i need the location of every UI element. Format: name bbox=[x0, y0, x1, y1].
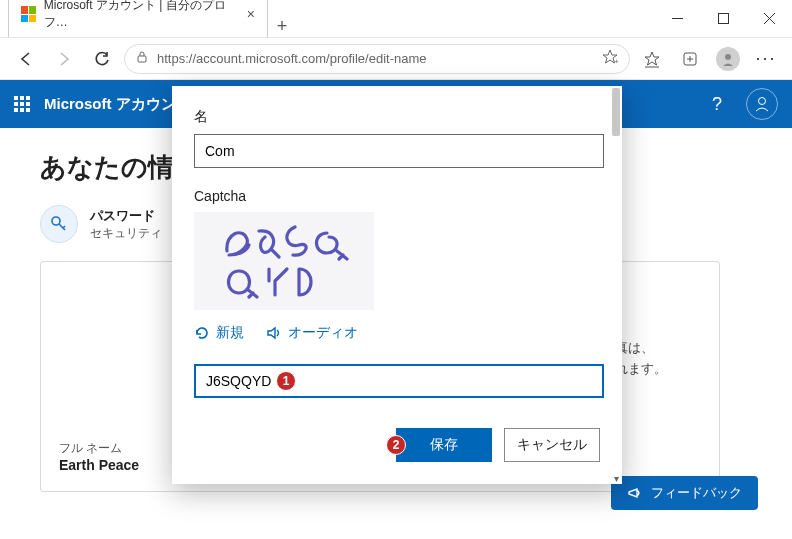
captcha-refresh-link[interactable]: 新規 bbox=[194, 324, 244, 342]
captcha-label: Captcha bbox=[194, 188, 600, 204]
scroll-down-icon[interactable]: ▾ bbox=[610, 473, 622, 484]
cancel-button[interactable]: キャンセル bbox=[504, 428, 600, 462]
edit-name-dialog: 名 Captcha 新規 オーディオ 1 bbox=[172, 86, 622, 484]
firstname-label: 名 bbox=[194, 108, 600, 126]
scroll-thumb[interactable] bbox=[612, 88, 620, 136]
save-button[interactable]: 保存 bbox=[396, 428, 492, 462]
firstname-input[interactable] bbox=[194, 134, 604, 168]
captcha-refresh-label: 新規 bbox=[216, 324, 244, 342]
captcha-audio-link[interactable]: オーディオ bbox=[266, 324, 358, 342]
cancel-button-label: キャンセル bbox=[517, 436, 587, 454]
captcha-input[interactable] bbox=[194, 364, 604, 398]
dialog-scrollbar[interactable]: ▴ ▾ bbox=[610, 86, 622, 484]
annotation-2: 2 bbox=[386, 435, 406, 455]
audio-icon bbox=[266, 325, 282, 341]
refresh-icon bbox=[194, 325, 210, 341]
annotation-1: 1 bbox=[276, 371, 296, 391]
captcha-image bbox=[194, 212, 374, 310]
save-button-label: 保存 bbox=[430, 436, 458, 454]
captcha-audio-label: オーディオ bbox=[288, 324, 358, 342]
